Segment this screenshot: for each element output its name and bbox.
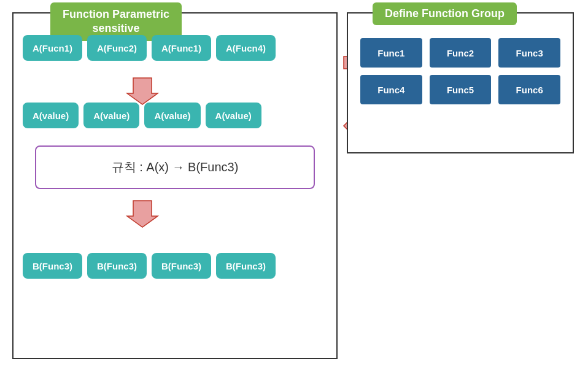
funcn-item-1[interactable]: A(Fucn1) <box>23 35 82 61</box>
func-item-4[interactable]: Func4 <box>360 75 422 104</box>
rule-box: 규칙 : A(x) → B(Func3) <box>35 145 315 189</box>
svg-marker-1 <box>127 78 158 104</box>
rule-text: 규칙 : A(x) → B(Func3) <box>112 160 239 174</box>
value-item-3[interactable]: A(value) <box>144 103 200 128</box>
bfunc-item-2[interactable]: B(Func3) <box>87 253 147 279</box>
down-arrow-2-svg <box>124 198 161 228</box>
funcn-item-4[interactable]: A(Fucn4) <box>216 35 276 61</box>
bfunc-item-3[interactable]: B(Func3) <box>152 253 211 279</box>
svg-marker-2 <box>127 201 158 227</box>
func-item-3[interactable]: Func3 <box>498 38 560 68</box>
func-item-2[interactable]: Func2 <box>430 38 492 68</box>
right-container: Define Function Group Func1 Func2 Func3 … <box>347 12 574 153</box>
value-item-4[interactable]: A(value) <box>206 103 261 128</box>
down-arrow-2 <box>124 198 161 231</box>
bfunc-item-1[interactable]: B(Func3) <box>23 253 82 279</box>
left-title-line2: sensitive <box>93 22 140 34</box>
func-item-1[interactable]: Func1 <box>360 38 422 68</box>
funcn-item-2[interactable]: A(Func2) <box>87 35 147 61</box>
value-item-2[interactable]: A(value) <box>83 103 139 128</box>
funcn-item-3[interactable]: A(Func1) <box>152 35 211 61</box>
funcn-row: A(Fucn1) A(Func2) A(Func1) A(Fucn4) <box>23 35 276 61</box>
rule-section: 규칙 : A(x) → B(Func3) <box>23 145 327 189</box>
value-row: A(value) A(value) A(value) A(value) <box>23 103 261 128</box>
right-title-box: Define Function Group <box>373 2 517 25</box>
left-title-line1: Function Parametric <box>63 8 169 20</box>
func-grid: Func1 Func2 Func3 Func4 Func5 Func6 <box>348 14 573 117</box>
bfunc-row: B(Func3) B(Func3) B(Func3) B(Func3) <box>23 253 276 279</box>
main-left-container: Function Parametric sensitive A(Fucn1) A… <box>12 12 338 359</box>
bfunc-item-4[interactable]: B(Func3) <box>216 253 276 279</box>
right-title: Define Function Group <box>385 7 505 20</box>
func-item-5[interactable]: Func5 <box>430 75 492 104</box>
value-item-1[interactable]: A(value) <box>23 103 79 128</box>
down-arrow-1-svg <box>124 75 161 106</box>
func-item-6[interactable]: Func6 <box>498 75 560 104</box>
